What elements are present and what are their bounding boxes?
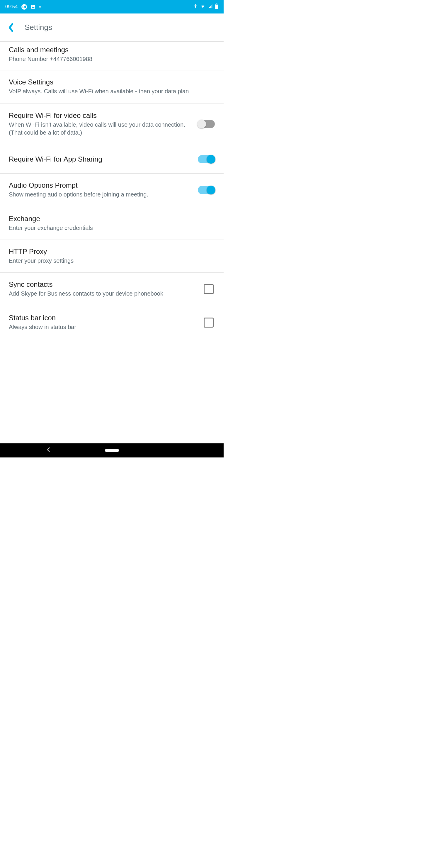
navigation-bar [0, 443, 224, 458]
row-exchange[interactable]: Exchange Enter your exchange credentials [0, 207, 224, 240]
row-subtitle: Phone Number +447766001988 [9, 55, 209, 63]
spotify-icon [22, 4, 27, 10]
row-title: Status bar icon [9, 314, 198, 322]
row-voice-settings[interactable]: Voice Settings VoIP always. Calls will u… [0, 70, 224, 104]
page-title: Settings [25, 23, 52, 32]
status-time: 09:54 [5, 4, 18, 9]
row-status-bar-icon[interactable]: Status bar icon Always show in status ba… [0, 306, 224, 339]
sync-contacts-checkbox[interactable] [204, 284, 214, 294]
row-title: Require Wi-Fi for video calls [9, 112, 192, 120]
chevron-left-icon [8, 23, 13, 32]
row-subtitle: Show meeting audio options before joinin… [9, 191, 192, 198]
row-title: Audio Options Prompt [9, 181, 192, 189]
row-subtitle: Add Skype for Business contacts to your … [9, 290, 198, 298]
svg-rect-0 [31, 5, 35, 9]
status-right [193, 3, 218, 10]
row-subtitle: Enter your exchange credentials [9, 224, 209, 232]
row-sync-contacts[interactable]: Sync contacts Add Skype for Business con… [0, 273, 224, 306]
status-bar-icon-checkbox[interactable] [204, 318, 214, 328]
row-wifi-video[interactable]: Require Wi-Fi for video calls When Wi-Fi… [0, 104, 224, 145]
picture-icon [30, 4, 36, 9]
cellular-icon [208, 4, 213, 10]
row-subtitle: VoIP always. Calls will use Wi-Fi when a… [9, 87, 209, 95]
row-http-proxy[interactable]: HTTP Proxy Enter your proxy settings [0, 240, 224, 273]
wifi-sharing-toggle[interactable] [198, 155, 215, 163]
status-bar: 09:54 [0, 0, 224, 13]
row-subtitle: Always show in status bar [9, 323, 198, 331]
row-wifi-app-sharing[interactable]: Require Wi-Fi for App Sharing [0, 145, 224, 174]
audio-options-toggle[interactable] [198, 186, 215, 194]
nav-back-button[interactable] [46, 447, 51, 454]
row-subtitle: Enter your proxy settings [9, 257, 209, 265]
svg-rect-4 [216, 3, 218, 4]
wifi-video-toggle[interactable] [198, 120, 215, 128]
row-audio-options[interactable]: Audio Options Prompt Show meeting audio … [0, 174, 224, 207]
wifi-icon [200, 4, 206, 10]
back-button[interactable] [5, 13, 17, 42]
nav-home-button[interactable] [105, 449, 119, 452]
row-title: HTTP Proxy [9, 248, 209, 256]
svg-rect-5 [216, 4, 218, 5]
bluetooth-icon [193, 3, 197, 10]
row-title: Calls and meetings [9, 46, 209, 54]
svg-point-2 [32, 6, 32, 6]
row-calls-meetings[interactable]: Calls and meetings Phone Number +4477660… [0, 42, 224, 70]
row-title: Sync contacts [9, 280, 198, 288]
row-title: Voice Settings [9, 78, 209, 86]
row-subtitle: When Wi-Fi isn't available, video calls … [9, 121, 192, 137]
app-bar: Settings [0, 13, 224, 42]
row-title: Exchange [9, 215, 209, 223]
battery-icon [215, 3, 218, 10]
notification-dot-icon [39, 6, 41, 8]
row-title: Require Wi-Fi for App Sharing [9, 155, 192, 163]
settings-list: Calls and meetings Phone Number +4477660… [0, 42, 224, 443]
